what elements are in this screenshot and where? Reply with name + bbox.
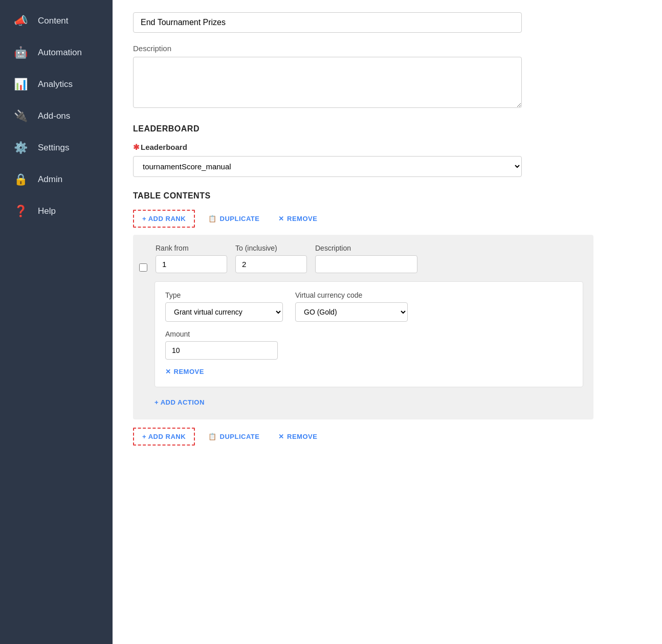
to-inclusive-group: To (inclusive) [235, 244, 307, 273]
add-rank-button-top[interactable]: + ADD RANK [133, 210, 195, 228]
remove-button-bottom[interactable]: ✕ REMOVE [273, 429, 323, 445]
rank-checkbox[interactable] [139, 263, 147, 272]
description-label: Description [133, 44, 642, 53]
leaderboard-select[interactable]: tournamentScore_manual [133, 156, 522, 177]
sidebar-item-admin[interactable]: 🔒 Admin [0, 164, 113, 195]
content-icon: 📣 [12, 14, 29, 28]
rank-from-group: Rank from [156, 244, 227, 273]
main-content: Description LEADERBOARD ✱Leaderboard tou… [113, 0, 662, 644]
rank-from-input[interactable] [156, 255, 227, 273]
remove-icon-top: ✕ [278, 215, 284, 223]
amount-label: Amount [165, 330, 572, 338]
rank-container: Rank from To (inclusive) Description [133, 235, 593, 419]
description-group: Description [315, 244, 417, 273]
to-inclusive-label: To (inclusive) [235, 244, 307, 252]
sidebar-item-automation[interactable]: 🤖 Automation [0, 37, 113, 69]
admin-icon: 🔒 [12, 173, 29, 186]
duplicate-icon-bottom: 📋 [208, 433, 217, 440]
description-textarea[interactable] [133, 57, 522, 108]
sidebar-item-help[interactable]: ❓ Help [0, 195, 113, 227]
help-icon: ❓ [12, 205, 29, 218]
currency-select[interactable]: GO (Gold) [295, 302, 408, 322]
sidebar-item-settings[interactable]: ⚙️ Settings [0, 132, 113, 164]
remove-icon-bottom: ✕ [278, 433, 284, 440]
analytics-icon: 📊 [12, 78, 29, 91]
action-subrow: Type Grant virtual currency Virtual curr… [155, 281, 583, 387]
table-contents-title: TABLE CONTENTS [133, 191, 593, 201]
currency-label: Virtual currency code [295, 291, 408, 299]
rank-fields: Rank from To (inclusive) Description [156, 244, 583, 273]
title-input[interactable] [133, 12, 522, 33]
sidebar: 📣 Content 🤖 Automation 📊 Analytics 🔌 Add… [0, 0, 113, 644]
sidebar-item-addons[interactable]: 🔌 Add-ons [0, 100, 113, 132]
required-star: ✱ [133, 143, 140, 151]
automation-icon: 🤖 [12, 46, 29, 59]
top-toolbar: + ADD RANK 📋 DUPLICATE ✕ REMOVE [133, 210, 593, 228]
duplicate-icon-top: 📋 [208, 215, 217, 223]
remove-button-top[interactable]: ✕ REMOVE [273, 211, 323, 227]
amount-input[interactable] [165, 341, 278, 360]
add-action-button[interactable]: + ADD ACTION [155, 394, 205, 410]
bottom-toolbar: + ADD RANK 📋 DUPLICATE ✕ REMOVE [133, 428, 593, 446]
duplicate-button-bottom[interactable]: 📋 DUPLICATE [203, 429, 264, 445]
description-field-label: Description [315, 244, 417, 252]
sidebar-label-analytics: Analytics [38, 79, 73, 90]
duplicate-button-top[interactable]: 📋 DUPLICATE [203, 211, 264, 227]
sidebar-label-addons: Add-ons [38, 111, 70, 121]
leaderboard-label: ✱Leaderboard [133, 143, 642, 152]
table-contents-section: TABLE CONTENTS + ADD RANK 📋 DUPLICATE ✕ … [133, 191, 593, 446]
type-select[interactable]: Grant virtual currency [165, 302, 283, 322]
sidebar-label-admin: Admin [38, 174, 62, 185]
action-fields-row: Type Grant virtual currency Virtual curr… [165, 291, 572, 322]
leaderboard-section-title: LEADERBOARD [133, 124, 642, 134]
sidebar-label-content: Content [38, 16, 69, 26]
action-remove-button[interactable]: ✕ REMOVE [165, 366, 204, 377]
sidebar-item-content[interactable]: 📣 Content [0, 5, 113, 37]
type-label: Type [165, 291, 283, 299]
description-field-input[interactable] [315, 255, 417, 273]
sidebar-label-automation: Automation [38, 48, 82, 58]
addons-icon: 🔌 [12, 109, 29, 123]
settings-icon: ⚙️ [12, 141, 29, 154]
amount-group: Amount [165, 330, 572, 360]
sidebar-label-help: Help [38, 206, 56, 216]
rank-from-label: Rank from [156, 244, 227, 252]
rank-row: Rank from To (inclusive) Description [139, 244, 583, 273]
currency-group: Virtual currency code GO (Gold) [295, 291, 408, 322]
add-rank-button-bottom[interactable]: + ADD RANK [133, 428, 195, 446]
to-inclusive-input[interactable] [235, 255, 307, 273]
action-remove-icon: ✕ [165, 368, 171, 375]
sidebar-item-analytics[interactable]: 📊 Analytics [0, 69, 113, 100]
sidebar-label-settings: Settings [38, 143, 69, 153]
type-group: Type Grant virtual currency [165, 291, 283, 322]
